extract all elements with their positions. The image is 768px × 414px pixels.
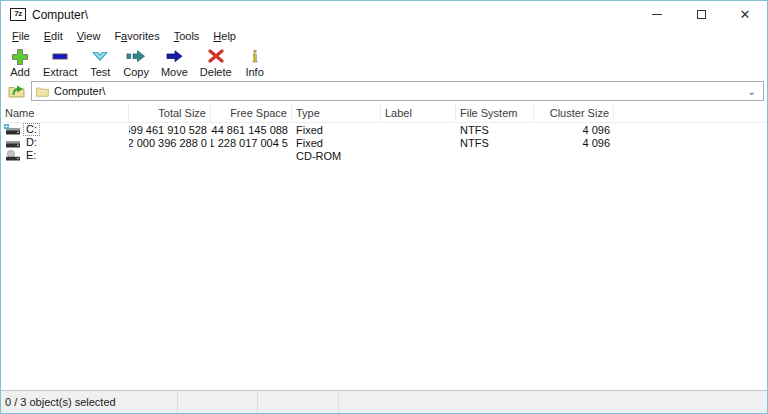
7zip-app-icon: 7z	[10, 8, 26, 21]
list-header: Name Total Size Free Space Type Label Fi…	[1, 104, 767, 123]
copy-arrow-icon	[125, 47, 147, 65]
extract-button[interactable]: Extract	[37, 46, 83, 79]
test-check-icon	[89, 47, 111, 65]
close-icon: ✕	[740, 8, 751, 21]
address-bar: Computer\ ⌄	[1, 80, 767, 104]
column-header-type[interactable]: Type	[292, 104, 381, 122]
file-system-value: NTFS	[456, 136, 534, 149]
delete-x-icon	[205, 47, 227, 65]
list-empty-area	[1, 162, 767, 390]
drive-name: D:	[23, 136, 40, 149]
address-value: Computer\	[54, 85, 105, 97]
menu-item-help[interactable]: Help	[206, 30, 243, 42]
status-selection: 0 / 3 object(s) selected	[1, 391, 178, 413]
column-header-free-space[interactable]: Free Space	[211, 104, 292, 122]
status-bar: 0 / 3 object(s) selected	[1, 390, 767, 413]
type-value: Fixed	[292, 123, 381, 136]
menu-item-favorites[interactable]: Favorites	[107, 30, 166, 42]
table-row-drive-c[interactable]: C: 499 461 910 528 444 861 145 088 Fixed…	[1, 123, 767, 136]
drive-name: C:	[23, 123, 40, 136]
column-header-file-system[interactable]: File System	[456, 104, 534, 122]
7zip-file-manager-window: 7z Computer\ ✕ FileEditViewFavoritesTool…	[0, 0, 768, 414]
menu-item-tools[interactable]: Tools	[167, 30, 207, 42]
total-size-value: 2 000 396 288 0	[129, 136, 211, 149]
cd-rom-drive-icon	[4, 150, 21, 162]
close-button[interactable]: ✕	[723, 1, 767, 28]
info-icon: i	[244, 47, 266, 65]
copy-button[interactable]: Copy	[117, 46, 155, 79]
move-button[interactable]: Move	[155, 46, 194, 79]
file-system-value: NTFS	[456, 123, 534, 136]
toolbar: Add Extract Test Copy Move	[1, 43, 767, 80]
file-system-value	[456, 149, 534, 162]
address-combobox[interactable]: Computer\ ⌄	[31, 81, 764, 101]
extract-minus-icon	[49, 47, 71, 65]
label-value	[381, 149, 456, 162]
cluster-size-value: 4 096	[534, 136, 614, 149]
cluster-size-value	[534, 149, 614, 162]
svg-text:i: i	[252, 48, 257, 65]
menu-item-edit[interactable]: Edit	[37, 30, 70, 42]
move-arrow-icon	[163, 47, 185, 65]
label-value	[381, 136, 456, 149]
total-size-value	[129, 149, 211, 162]
status-panel-2	[178, 391, 258, 413]
parent-folder-button[interactable]	[4, 81, 28, 101]
cluster-size-value: 4 096	[534, 123, 614, 136]
label-value	[381, 123, 456, 136]
column-header-cluster-size[interactable]: Cluster Size	[534, 104, 614, 122]
minimize-button[interactable]	[635, 1, 679, 28]
table-row-drive-e[interactable]: E: CD-ROM	[1, 149, 767, 162]
hard-drive-icon	[4, 137, 21, 149]
parent-folder-icon	[8, 83, 25, 99]
total-size-value: 499 461 910 528	[129, 123, 211, 136]
test-button[interactable]: Test	[83, 46, 117, 79]
free-space-value: 444 861 145 088	[211, 123, 292, 136]
maximize-icon	[697, 10, 706, 19]
folder-icon	[36, 86, 49, 97]
hard-drive-system-icon	[4, 124, 21, 136]
drive-list: Name Total Size Free Space Type Label Fi…	[1, 104, 767, 390]
maximize-button[interactable]	[679, 1, 723, 28]
status-panel-4	[339, 391, 767, 413]
info-button[interactable]: i Info	[238, 46, 272, 79]
free-space-value	[211, 149, 292, 162]
add-plus-icon	[9, 47, 31, 65]
drive-name: E:	[23, 149, 39, 162]
column-header-spacer	[614, 104, 767, 122]
table-row-drive-d[interactable]: D: 2 000 396 288 0 1 228 017 004 5 Fixed…	[1, 136, 767, 149]
column-header-name[interactable]: Name	[1, 104, 129, 122]
menu-item-view[interactable]: View	[70, 30, 108, 42]
type-value: CD-ROM	[292, 149, 381, 162]
type-value: Fixed	[292, 136, 381, 149]
status-panel-3	[258, 391, 339, 413]
menu-item-file[interactable]: File	[5, 30, 37, 42]
column-header-total-size[interactable]: Total Size	[129, 104, 211, 122]
free-space-value: 1 228 017 004 5	[211, 136, 292, 149]
window-title: Computer\	[32, 8, 88, 22]
menu-bar: FileEditViewFavoritesToolsHelp	[1, 28, 767, 43]
column-header-label[interactable]: Label	[381, 104, 456, 122]
title-bar: 7z Computer\ ✕	[1, 1, 767, 28]
minimize-icon	[652, 14, 662, 15]
add-button[interactable]: Add	[3, 46, 37, 79]
delete-button[interactable]: Delete	[194, 46, 238, 79]
chevron-down-icon[interactable]: ⌄	[748, 86, 759, 97]
